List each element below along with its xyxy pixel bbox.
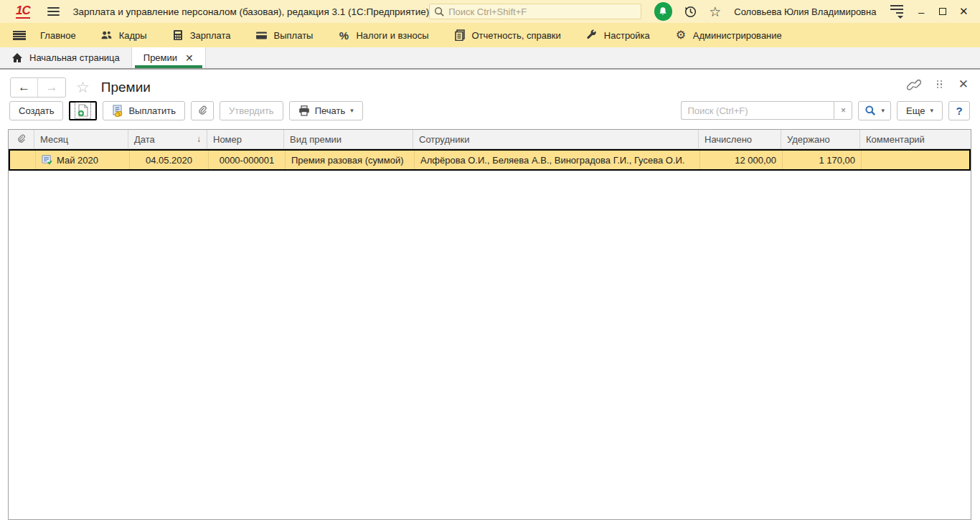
section-vyplaty[interactable]: Выплаты (255, 29, 314, 41)
help-button[interactable]: ? (948, 101, 970, 120)
section-administrirovanie[interactable]: ⚙ Администрирование (674, 29, 782, 41)
payment-card-icon (255, 29, 268, 41)
section-otchetnost[interactable]: Отчетность, справки (453, 29, 561, 41)
1c-logo: 1С (16, 4, 30, 19)
attachments-button[interactable] (191, 101, 214, 120)
more-button[interactable]: Еще ▾ (897, 101, 943, 120)
paperclip-icon (197, 105, 207, 117)
section-label: Администрирование (693, 30, 782, 41)
approve-button[interactable]: Утвердить (220, 101, 283, 120)
advanced-search-button[interactable]: ▾ (858, 101, 891, 120)
tab-close-icon[interactable]: ✕ (185, 52, 194, 64)
section-label: Кадры (119, 30, 147, 41)
header-employees[interactable]: Сотрудники (413, 130, 699, 148)
header-number[interactable]: Номер (207, 130, 284, 148)
pay-button[interactable]: Выплатить (103, 101, 185, 120)
pay-document-icon (112, 105, 123, 117)
section-label: Зарплата (190, 30, 231, 41)
row-bonus-type-cell[interactable]: Премия разовая (суммой) (286, 151, 415, 169)
app-title: Зарплата и управление персоналом (базова… (72, 6, 429, 17)
section-label: Настройка (604, 30, 650, 41)
section-label: Отчетность, справки (472, 30, 561, 41)
header-date[interactable]: Дата ↓ (128, 130, 207, 148)
row-employees-cell[interactable]: Алфёрова О.И., Беляева А.В., Виноградова… (415, 151, 700, 169)
print-button[interactable]: Печать ▾ (289, 101, 363, 120)
premii-table: Месяц Дата ↓ Номер Вид премии Сотрудники… (8, 129, 971, 520)
more-actions-icon[interactable] (937, 80, 943, 89)
header-accrued[interactable]: Начислено (699, 130, 781, 148)
service-menu-icon[interactable] (890, 5, 903, 19)
back-button[interactable]: ← (11, 78, 38, 97)
report-icon (453, 29, 466, 41)
minimize-button[interactable]: – (910, 2, 932, 21)
restore-icon (939, 8, 946, 15)
section-nalogi[interactable]: % Налоги и взносы (337, 29, 428, 41)
calculator-icon (171, 29, 184, 41)
gear-icon: ⚙ (674, 29, 687, 41)
print-button-label: Печать (315, 105, 346, 116)
printer-icon (298, 105, 310, 116)
row-accrued-cell[interactable]: 12 000,00 (700, 151, 783, 169)
open-windows-tabbar: Начальная страница Премии ✕ (0, 47, 980, 70)
tab-home[interactable]: Начальная страница (0, 47, 132, 68)
row-date-cell[interactable]: 04.05.2020 (130, 151, 209, 169)
form-header-row: ← → ☆ Премии ✕ (0, 75, 980, 100)
forward-button[interactable]: → (38, 78, 65, 97)
more-button-label: Еще (906, 105, 925, 116)
header-attachment-column[interactable] (9, 130, 34, 148)
get-link-icon[interactable] (907, 79, 921, 90)
magnifier-icon (864, 105, 876, 116)
row-month-value: Май 2020 (57, 155, 98, 166)
main-menu-icon[interactable] (47, 7, 60, 16)
wrench-icon (585, 29, 598, 41)
clear-search-button[interactable]: × (834, 101, 852, 120)
global-search-input[interactable] (448, 6, 636, 17)
page-title: Премии (101, 80, 151, 95)
create-by-copy-button[interactable] (69, 101, 97, 120)
section-kadry[interactable]: Кадры (100, 29, 147, 41)
percent-icon: % (337, 29, 350, 41)
close-form-icon[interactable]: ✕ (958, 77, 969, 92)
section-glavnoe[interactable]: Главное (40, 30, 76, 41)
section-label: Главное (40, 30, 76, 41)
history-button[interactable] (684, 5, 697, 19)
global-search-box[interactable] (429, 4, 641, 19)
window-titlebar: 1С Зарплата и управление персоналом (баз… (0, 0, 980, 23)
row-month-cell[interactable]: Май 2020 (36, 151, 130, 169)
list-toolbar: Создать Выплатить Утвердить Печать ▾ × ▾ (0, 100, 980, 121)
current-user[interactable]: Соловьева Юлия Владимировна (734, 6, 876, 17)
header-comment[interactable]: Комментарий (860, 130, 971, 148)
header-bonus-type[interactable]: Вид премии (284, 130, 413, 148)
paperclip-icon (17, 133, 26, 145)
pay-button-label: Выплатить (128, 105, 176, 116)
restore-button[interactable] (932, 2, 953, 21)
notifications-button[interactable] (654, 2, 673, 21)
tab-label: Премии (143, 52, 177, 63)
sections-menubar: Главное Кадры Зарплата Выплаты % Налоги … (0, 23, 980, 47)
favorites-button[interactable]: ☆ (709, 4, 721, 20)
section-zarplata[interactable]: Зарплата (171, 29, 231, 41)
list-search-group: × (681, 101, 852, 120)
header-label: Дата (134, 134, 155, 145)
posted-document-icon (42, 155, 52, 165)
row-attachment-cell[interactable] (10, 151, 36, 169)
bell-icon (658, 6, 668, 16)
tab-label: Начальная страница (29, 52, 120, 63)
row-number-cell[interactable]: 0000-000001 (209, 151, 286, 169)
create-button[interactable]: Создать (9, 101, 63, 120)
section-label: Налоги и взносы (356, 30, 428, 41)
section-nastroyka[interactable]: Настройка (585, 29, 650, 41)
list-search-input[interactable] (681, 101, 834, 120)
header-month[interactable]: Месяц (34, 130, 128, 148)
home-icon (11, 52, 23, 63)
table-row-selected[interactable]: Май 2020 04.05.2020 0000-000001 Премия р… (9, 149, 971, 171)
tab-premii[interactable]: Премии ✕ (132, 47, 206, 68)
section-label: Выплаты (274, 30, 314, 41)
functions-menu-icon[interactable] (13, 31, 26, 40)
dropdown-caret-icon: ▾ (930, 107, 933, 114)
add-to-favorites-star-icon[interactable]: ☆ (76, 79, 90, 96)
row-comment-cell[interactable] (862, 151, 969, 169)
row-withheld-cell[interactable]: 1 170,00 (783, 151, 862, 169)
close-window-button[interactable]: ✕ (953, 2, 974, 21)
header-withheld[interactable]: Удержано (781, 130, 860, 148)
